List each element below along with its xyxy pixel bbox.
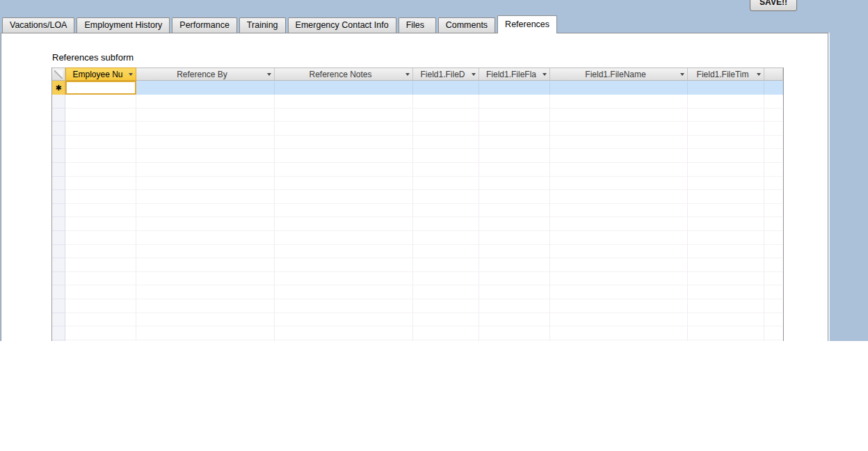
- row-selector: [52, 313, 65, 327]
- column-header-label: Field1.FileTim: [695, 70, 757, 79]
- column-header-field1-filedata[interactable]: Field1.FileD: [413, 68, 479, 81]
- column-dropdown-icon[interactable]: [405, 73, 410, 76]
- column-header-employee-number[interactable]: Employee Nu: [65, 68, 136, 81]
- column-dropdown-icon[interactable]: [757, 73, 761, 76]
- column-header-field1-filetime[interactable]: Field1.FileTim: [688, 68, 764, 81]
- empty-cell: [550, 231, 688, 245]
- empty-cell: [479, 149, 550, 163]
- tab-vacations-loa[interactable]: Vacations/LOA: [2, 17, 74, 33]
- active-cell-employee-number[interactable]: [65, 81, 136, 95]
- empty-cell: [65, 340, 136, 341]
- empty-row: [52, 95, 783, 109]
- empty-cell: [688, 258, 764, 272]
- empty-cell: [136, 245, 275, 259]
- empty-cell: [688, 122, 764, 136]
- row-selector: [52, 326, 65, 340]
- empty-cell: [275, 217, 413, 231]
- empty-cell: [550, 163, 688, 177]
- empty-cell: [688, 231, 764, 245]
- empty-cell: [550, 122, 688, 136]
- empty-row: [52, 245, 783, 259]
- empty-row: [52, 217, 783, 231]
- column-dropdown-icon[interactable]: [542, 73, 547, 76]
- new-record-cell-blank-column[interactable]: [764, 81, 783, 95]
- empty-cell: [136, 204, 275, 218]
- empty-cell: [65, 231, 136, 245]
- empty-cell: [688, 136, 764, 150]
- row-selector: [52, 136, 65, 150]
- empty-cell: [275, 177, 413, 191]
- empty-cell: [275, 204, 413, 218]
- new-record-cell-field1-filedata[interactable]: [413, 81, 479, 95]
- column-dropdown-icon[interactable]: [680, 73, 684, 76]
- empty-cell: [413, 340, 479, 341]
- row-selector: [52, 122, 65, 136]
- column-header-blank-column[interactable]: [764, 68, 783, 81]
- column-header-reference-notes[interactable]: Reference Notes: [275, 68, 413, 81]
- empty-cell: [479, 258, 550, 272]
- tab-files[interactable]: Files: [399, 17, 436, 33]
- new-record-cell-field1-fileflag[interactable]: [479, 81, 550, 95]
- empty-cell: [764, 272, 783, 286]
- empty-cell: [413, 299, 479, 313]
- new-record-cell-reference-by[interactable]: [136, 81, 275, 95]
- empty-cell: [764, 258, 783, 272]
- new-record-selector[interactable]: ✱: [52, 81, 65, 95]
- column-header-reference-by[interactable]: Reference By: [136, 68, 275, 81]
- column-dropdown-icon[interactable]: [267, 73, 271, 76]
- empty-cell: [688, 285, 764, 299]
- empty-cell: [65, 299, 136, 313]
- empty-cell: [413, 231, 479, 245]
- column-dropdown-icon[interactable]: [472, 73, 476, 76]
- empty-cell: [764, 149, 783, 163]
- tab-emergency-contact-info[interactable]: Emergency Contact Info: [288, 17, 396, 33]
- row-selector: [52, 217, 65, 231]
- empty-cell: [764, 177, 783, 191]
- empty-cell: [764, 326, 783, 340]
- row-selector: [52, 245, 65, 259]
- empty-cell: [479, 122, 550, 136]
- empty-row: [52, 272, 783, 286]
- empty-cell: [275, 231, 413, 245]
- empty-cell: [136, 163, 275, 177]
- empty-cell: [413, 313, 479, 327]
- empty-cell: [688, 340, 764, 341]
- tab-references[interactable]: References: [497, 15, 557, 33]
- empty-cell: [688, 217, 764, 231]
- empty-cell: [550, 299, 688, 313]
- tab-training[interactable]: Training: [239, 17, 286, 33]
- empty-cell: [550, 149, 688, 163]
- empty-cell: [550, 136, 688, 150]
- tab-employment-history[interactable]: Employment History: [77, 17, 170, 33]
- empty-cell: [550, 313, 688, 327]
- empty-row: [52, 136, 783, 150]
- empty-cell: [136, 95, 275, 109]
- empty-cell: [136, 326, 275, 340]
- select-all-corner[interactable]: [52, 68, 65, 81]
- empty-row: [52, 190, 783, 204]
- empty-cell: [550, 326, 688, 340]
- empty-cell: [764, 163, 783, 177]
- datasheet-body: [52, 95, 783, 341]
- column-header-label: Reference Notes: [307, 70, 380, 79]
- row-selector: [52, 109, 65, 122]
- tab-comments[interactable]: Comments: [438, 17, 495, 33]
- empty-cell: [479, 109, 550, 122]
- empty-cell: [65, 149, 136, 163]
- column-dropdown-icon[interactable]: [129, 73, 133, 76]
- tab-performance[interactable]: Performance: [172, 17, 237, 33]
- empty-cell: [688, 190, 764, 204]
- save-button[interactable]: SAVE!!: [750, 0, 797, 11]
- column-header-field1-fileflag[interactable]: Field1.FileFla: [479, 68, 550, 81]
- column-header-field1-filename[interactable]: Field1.FileName: [550, 68, 688, 81]
- empty-cell: [65, 272, 136, 286]
- new-record-cell-field1-filename[interactable]: [550, 81, 688, 95]
- empty-cell: [413, 258, 479, 272]
- empty-cell: [275, 285, 413, 299]
- empty-cell: [413, 122, 479, 136]
- new-record-cell-reference-notes[interactable]: [275, 81, 413, 95]
- empty-cell: [764, 136, 783, 150]
- new-record-cell-field1-filetime[interactable]: [688, 81, 764, 95]
- empty-cell: [479, 299, 550, 313]
- empty-cell: [479, 313, 550, 327]
